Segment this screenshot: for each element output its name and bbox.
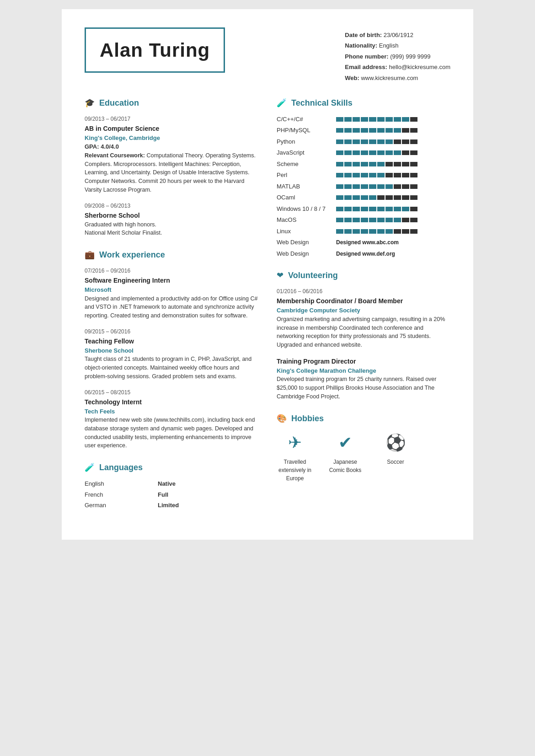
bar-seg-filled bbox=[344, 229, 352, 234]
bar-seg-empty bbox=[402, 184, 409, 189]
bar-seg-filled bbox=[353, 218, 360, 222]
nationality-value: English bbox=[379, 42, 399, 49]
work-org-2: Sherbone School bbox=[85, 346, 258, 355]
edu-date-2: 09/2008 – 06/2013 bbox=[85, 202, 258, 210]
hobby-icon-0: ✈ bbox=[288, 430, 302, 455]
skill-bar-0 bbox=[336, 117, 417, 122]
bar-seg-filled bbox=[353, 117, 360, 122]
hobby-label-0: Travelled extensively in Europe bbox=[277, 458, 313, 483]
bar-seg-filled bbox=[336, 117, 343, 122]
bar-seg-filled bbox=[344, 184, 352, 189]
work-date-1: 07/2016 – 09/2016 bbox=[85, 267, 258, 275]
bar-seg-filled bbox=[361, 117, 368, 122]
skill-bar-4 bbox=[336, 162, 417, 166]
bar-seg-filled bbox=[377, 128, 385, 133]
bar-seg-empty bbox=[385, 173, 393, 177]
bar-seg-filled bbox=[369, 229, 376, 234]
work-desc-3: Implemented new web site (www.techhills.… bbox=[85, 416, 258, 450]
edu-entry-2: 09/2008 – 06/2013 Sherborne School Gradu… bbox=[85, 202, 258, 238]
bar-seg-empty bbox=[385, 195, 393, 200]
skill-name-2: Python bbox=[277, 137, 336, 146]
candidate-name: Alan Turing bbox=[100, 36, 210, 64]
phone-value: (999) 999 9999 bbox=[390, 53, 430, 60]
skill-name-0: C/C++/C# bbox=[277, 115, 336, 124]
bar-seg-filled bbox=[344, 218, 352, 222]
lang-level-1: Native bbox=[158, 479, 176, 488]
work-entry-2: 09/2015 – 06/2016 Teaching Fellow Sherbo… bbox=[85, 327, 258, 381]
bar-seg-filled bbox=[385, 207, 393, 211]
bar-seg-filled bbox=[361, 184, 368, 189]
skill-bar-container-0 bbox=[336, 117, 450, 122]
vol-date-1: 01/2016 – 06/2016 bbox=[277, 287, 450, 295]
skill-bar-6 bbox=[336, 184, 417, 189]
skill-row-10: Linux bbox=[277, 227, 450, 236]
skill-bar-container-7 bbox=[336, 195, 450, 200]
left-column: 🎓 Education 09/2013 – 06/2017 AB in Comp… bbox=[85, 97, 258, 521]
lang-row-2: French Full bbox=[85, 490, 258, 499]
skill-row-5: Perl bbox=[277, 171, 450, 180]
bar-seg-filled bbox=[369, 162, 376, 166]
skill-name-10: Linux bbox=[277, 227, 336, 236]
skill-row-2: Python bbox=[277, 137, 450, 146]
bar-seg-filled bbox=[394, 117, 401, 122]
hobby-icon-1: ✔ bbox=[338, 430, 352, 455]
header-section: Alan Turing Date of birth: 23/06/1912 Na… bbox=[85, 27, 450, 83]
bar-seg-filled bbox=[336, 128, 343, 133]
bar-seg-empty bbox=[410, 184, 417, 189]
skill-bar-3 bbox=[336, 150, 417, 155]
bar-seg-empty bbox=[385, 162, 393, 166]
skill-bar-container-4 bbox=[336, 162, 450, 166]
skill-row-7: OCaml bbox=[277, 193, 450, 202]
bar-seg-filled bbox=[361, 162, 368, 166]
bar-seg-filled bbox=[353, 195, 360, 200]
work-date-3: 06/2015 – 08/2015 bbox=[85, 388, 258, 397]
bar-seg-filled bbox=[369, 195, 376, 200]
gpa-label: GPA: bbox=[85, 143, 99, 150]
skill-bar-5 bbox=[336, 173, 417, 177]
coursework-label: Relevant Coursework: bbox=[85, 152, 145, 159]
vol-desc-1: Organized marketing and advertising camp… bbox=[277, 315, 450, 349]
bar-seg-filled bbox=[369, 150, 376, 155]
bar-seg-filled bbox=[336, 150, 343, 155]
work-org-3: Tech Feels bbox=[85, 407, 258, 416]
bar-seg-empty bbox=[410, 207, 417, 211]
skill-row-8: Windows 10 / 8 / 7 bbox=[277, 204, 450, 214]
bar-seg-empty bbox=[377, 195, 385, 200]
skill-bar-9 bbox=[336, 218, 417, 222]
bar-seg-filled bbox=[361, 128, 368, 133]
lang-level-3: Limited bbox=[158, 501, 179, 510]
bar-seg-filled bbox=[353, 128, 360, 133]
skill-bar-10 bbox=[336, 229, 417, 234]
edu-desc-2: Graduated with high honors. National Mer… bbox=[85, 220, 258, 238]
bar-seg-filled bbox=[336, 162, 343, 166]
bar-seg-filled bbox=[344, 117, 352, 122]
bar-seg-empty bbox=[402, 195, 409, 200]
hobby-icon-2: ⚽ bbox=[385, 430, 406, 455]
dob-label: Date of birth: bbox=[345, 32, 382, 38]
skill-bar-7 bbox=[336, 195, 417, 200]
languages-header: 🧪 Languages bbox=[85, 461, 258, 474]
personal-info: Date of birth: 23/06/1912 Nationality: E… bbox=[345, 27, 450, 83]
bar-seg-empty bbox=[394, 162, 401, 166]
education-icon: 🎓 bbox=[85, 97, 95, 109]
edu-entry-1: 09/2013 – 06/2017 AB in Computer Science… bbox=[85, 115, 258, 194]
bar-seg-filled bbox=[361, 207, 368, 211]
skill-bar-2 bbox=[336, 139, 417, 144]
hobbies-title: Hobbies bbox=[291, 413, 324, 425]
volunteering-title: Volunteering bbox=[288, 269, 338, 282]
skill-row-11: Web DesignDesigned www.abc.com bbox=[277, 238, 450, 247]
bar-seg-filled bbox=[361, 150, 368, 155]
work-entry-3: 06/2015 – 08/2015 Technology Internt Tec… bbox=[85, 388, 258, 450]
work-entry-1: 07/2016 – 09/2016 Software Engineering I… bbox=[85, 267, 258, 320]
bar-seg-filled bbox=[377, 173, 385, 177]
skill-bar-container-1 bbox=[336, 128, 450, 133]
bar-seg-empty bbox=[410, 150, 417, 155]
hobbies-list: ✈Travelled extensively in Europe✔Japanes… bbox=[277, 430, 450, 483]
skills-section: 🧪 Technical Skills C/C++/C#PHP/MySQLPyth… bbox=[277, 97, 450, 258]
bar-seg-filled bbox=[344, 173, 352, 177]
bar-seg-filled bbox=[353, 162, 360, 166]
bar-seg-filled bbox=[385, 139, 393, 144]
bar-seg-filled bbox=[353, 173, 360, 177]
bar-seg-empty bbox=[410, 162, 417, 166]
hobbies-header: 🎨 Hobbies bbox=[277, 413, 450, 425]
